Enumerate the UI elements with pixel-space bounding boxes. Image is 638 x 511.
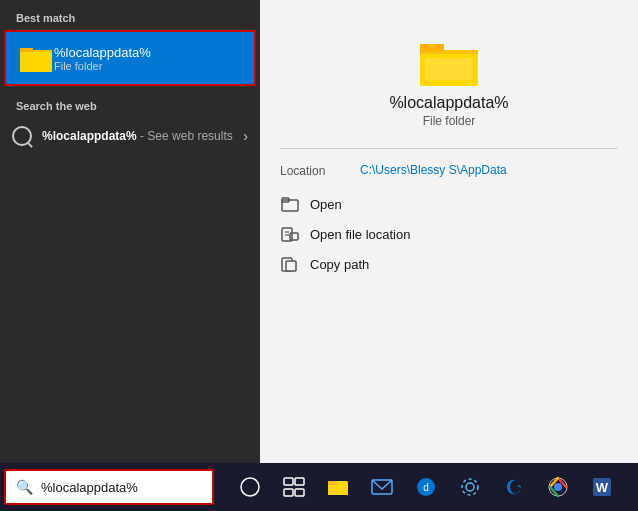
taskbar-app1-btn[interactable]: d (406, 467, 446, 507)
best-match-title: %localappdata% (54, 45, 151, 60)
svg-rect-21 (284, 478, 293, 485)
location-row: Location C:\Users\Blessy S\AppData (280, 163, 618, 178)
svg-point-32 (462, 479, 478, 495)
taskbar-mail-btn[interactable] (362, 467, 402, 507)
svg-text:d: d (423, 482, 429, 493)
svg-marker-10 (420, 44, 444, 52)
right-panel-subtitle: File folder (423, 114, 476, 128)
svg-rect-19 (286, 261, 296, 271)
taskbar-center: d (214, 467, 638, 507)
taskbar-settings-btn[interactable] (450, 467, 490, 507)
web-search-icon (12, 126, 32, 146)
taskbar-search-text: %localappdata% (41, 480, 138, 495)
svg-text:W: W (596, 480, 609, 495)
copy-path-icon (280, 254, 300, 274)
svg-point-34 (554, 483, 562, 491)
right-panel: %localappdata% File folder Location C:\U… (260, 0, 638, 463)
svg-point-31 (466, 483, 474, 491)
action-open-label: Open (310, 197, 342, 212)
web-search-item[interactable]: %localappdata% - See web results › (0, 118, 260, 154)
right-panel-title: %localappdata% (389, 94, 508, 112)
svg-point-20 (241, 478, 259, 496)
action-open-location-label: Open file location (310, 227, 410, 242)
folder-icon-large (417, 30, 481, 94)
svg-rect-2 (20, 54, 52, 72)
svg-rect-27 (328, 481, 337, 485)
best-match-text: %localappdata% File folder (54, 45, 151, 72)
svg-rect-23 (284, 489, 293, 496)
taskbar-word-btn[interactable]: W (582, 467, 622, 507)
svg-rect-24 (295, 489, 304, 496)
open-icon (280, 194, 300, 214)
action-open[interactable]: Open (280, 194, 618, 214)
web-chevron-icon: › (243, 128, 248, 144)
taskbar-chrome-btn[interactable] (538, 467, 578, 507)
svg-rect-17 (290, 233, 298, 240)
action-copy-path-label: Copy path (310, 257, 369, 272)
svg-marker-5 (20, 48, 33, 52)
action-list: Open Open file location (280, 194, 618, 274)
divider (280, 148, 618, 149)
best-match-item[interactable]: %localappdata% File folder (4, 30, 256, 86)
location-label: Location (280, 163, 360, 178)
taskbar-explorer-btn[interactable] (318, 467, 358, 507)
taskbar: 🔍 %localappdata% (0, 463, 638, 511)
best-match-subtitle: File folder (54, 60, 151, 72)
start-menu: Best match %localappdata% File folder Se… (0, 0, 638, 463)
taskbar-search-icon: 🔍 (16, 479, 33, 495)
svg-rect-26 (328, 484, 348, 495)
action-copy-path[interactable]: Copy path (280, 254, 618, 274)
taskbar-taskview-btn[interactable] (274, 467, 314, 507)
web-search-text: %localappdata% - See web results (42, 129, 243, 143)
taskbar-edge-btn[interactable] (494, 467, 534, 507)
svg-rect-22 (295, 478, 304, 485)
web-search-label: Search the web (0, 86, 260, 118)
action-open-location[interactable]: Open file location (280, 224, 618, 244)
folder-icon-small (18, 40, 54, 76)
open-file-location-icon (280, 224, 300, 244)
left-panel: Best match %localappdata% File folder Se… (0, 0, 260, 463)
taskbar-cortana-btn[interactable] (230, 467, 270, 507)
best-match-label: Best match (0, 0, 260, 30)
svg-rect-11 (425, 58, 473, 80)
taskbar-search-bar[interactable]: 🔍 %localappdata% (4, 469, 214, 505)
location-value[interactable]: C:\Users\Blessy S\AppData (360, 163, 507, 177)
